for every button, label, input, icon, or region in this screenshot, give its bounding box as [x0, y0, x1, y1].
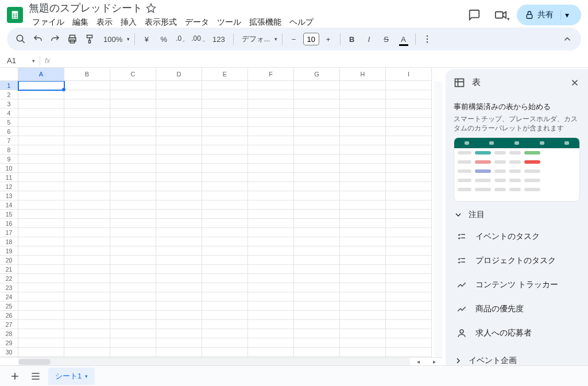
section-featured[interactable]: 注目: [454, 202, 580, 225]
cell[interactable]: [110, 357, 156, 357]
cell[interactable]: [340, 164, 386, 173]
cell[interactable]: [64, 329, 110, 338]
row-header[interactable]: 3: [0, 99, 18, 109]
cell[interactable]: [294, 118, 340, 127]
row-header[interactable]: 9: [0, 155, 18, 164]
cell[interactable]: [202, 81, 248, 90]
cell[interactable]: [248, 283, 294, 292]
spreadsheet-grid[interactable]: ABCDEFGHI 123456789101112131415161718192…: [0, 68, 442, 365]
cell[interactable]: [248, 320, 294, 329]
paint-format-icon[interactable]: [82, 31, 98, 47]
column-header[interactable]: H: [340, 68, 386, 81]
cell[interactable]: [340, 210, 386, 219]
cell[interactable]: [18, 228, 64, 237]
cell[interactable]: [340, 173, 386, 182]
cell[interactable]: [202, 219, 248, 228]
print-icon[interactable]: [64, 31, 80, 47]
cell[interactable]: [340, 274, 386, 283]
menu-extensions[interactable]: 拡張機能: [246, 16, 285, 29]
cell[interactable]: [248, 164, 294, 173]
cell[interactable]: [110, 90, 156, 99]
template-event-tasks[interactable]: イベントのタスク: [454, 225, 580, 249]
cell[interactable]: [202, 136, 248, 145]
cell[interactable]: [386, 357, 432, 357]
collapse-toolbar-icon[interactable]: [559, 31, 575, 47]
cell[interactable]: [110, 228, 156, 237]
row-header[interactable]: 30: [0, 348, 18, 357]
cell[interactable]: [340, 109, 386, 118]
cell[interactable]: [340, 256, 386, 265]
sheet-tab-dropdown-icon[interactable]: ▾: [85, 373, 88, 379]
cell[interactable]: [294, 210, 340, 219]
cell[interactable]: [340, 90, 386, 99]
column-header[interactable]: C: [110, 68, 156, 81]
cell[interactable]: [156, 109, 202, 118]
italic-button[interactable]: I: [361, 31, 377, 47]
cell[interactable]: [386, 173, 432, 182]
cell[interactable]: [18, 164, 64, 173]
row-header[interactable]: 4: [0, 109, 18, 118]
cell[interactable]: [110, 283, 156, 292]
bold-button[interactable]: B: [344, 31, 360, 47]
cell[interactable]: [110, 292, 156, 302]
cell[interactable]: [110, 246, 156, 256]
cell[interactable]: [110, 274, 156, 283]
cell[interactable]: [64, 311, 110, 320]
more-toolbar-icon[interactable]: [419, 31, 435, 47]
cell[interactable]: [110, 136, 156, 145]
cell[interactable]: [18, 357, 64, 357]
row-header[interactable]: 11: [0, 173, 18, 182]
cell[interactable]: [202, 145, 248, 155]
cell[interactable]: [18, 292, 64, 302]
cell[interactable]: [18, 145, 64, 155]
cell[interactable]: [294, 99, 340, 109]
all-sheets-button[interactable]: [28, 368, 44, 384]
cell[interactable]: [110, 338, 156, 348]
cell[interactable]: [248, 155, 294, 164]
cell[interactable]: [294, 348, 340, 357]
cell[interactable]: [156, 320, 202, 329]
cell[interactable]: [156, 302, 202, 311]
cell[interactable]: [386, 145, 432, 155]
cell[interactable]: [248, 246, 294, 256]
cell[interactable]: [340, 145, 386, 155]
comments-icon[interactable]: [464, 5, 485, 25]
cell[interactable]: [64, 182, 110, 191]
cell[interactable]: [340, 357, 386, 357]
cell[interactable]: [248, 99, 294, 109]
cell[interactable]: [18, 99, 64, 109]
text-color-button[interactable]: A: [396, 31, 412, 47]
cell[interactable]: [156, 338, 202, 348]
cell[interactable]: [386, 311, 432, 320]
cell[interactable]: [156, 182, 202, 191]
cell[interactable]: [386, 164, 432, 173]
cell[interactable]: [156, 99, 202, 109]
cell[interactable]: [202, 90, 248, 99]
row-header[interactable]: 29: [0, 338, 18, 348]
cell[interactable]: [156, 155, 202, 164]
row-header[interactable]: 8: [0, 145, 18, 155]
cell[interactable]: [340, 182, 386, 191]
cell[interactable]: [110, 200, 156, 210]
row-header[interactable]: 26: [0, 311, 18, 320]
cell[interactable]: [202, 127, 248, 136]
row-header[interactable]: 18: [0, 237, 18, 246]
cell[interactable]: [18, 81, 64, 90]
cell[interactable]: [110, 81, 156, 90]
menu-insert[interactable]: 挿入: [117, 16, 140, 29]
cell[interactable]: [156, 90, 202, 99]
add-sheet-button[interactable]: [7, 368, 23, 384]
cell[interactable]: [64, 338, 110, 348]
cell[interactable]: [386, 200, 432, 210]
cell[interactable]: [294, 191, 340, 200]
cell[interactable]: [386, 219, 432, 228]
cell[interactable]: [18, 109, 64, 118]
row-header[interactable]: 6: [0, 127, 18, 136]
cell[interactable]: [110, 191, 156, 200]
cell[interactable]: [156, 191, 202, 200]
cell[interactable]: [156, 274, 202, 283]
cell[interactable]: [156, 81, 202, 90]
cell[interactable]: [294, 164, 340, 173]
cell[interactable]: [294, 228, 340, 237]
cell[interactable]: [110, 155, 156, 164]
